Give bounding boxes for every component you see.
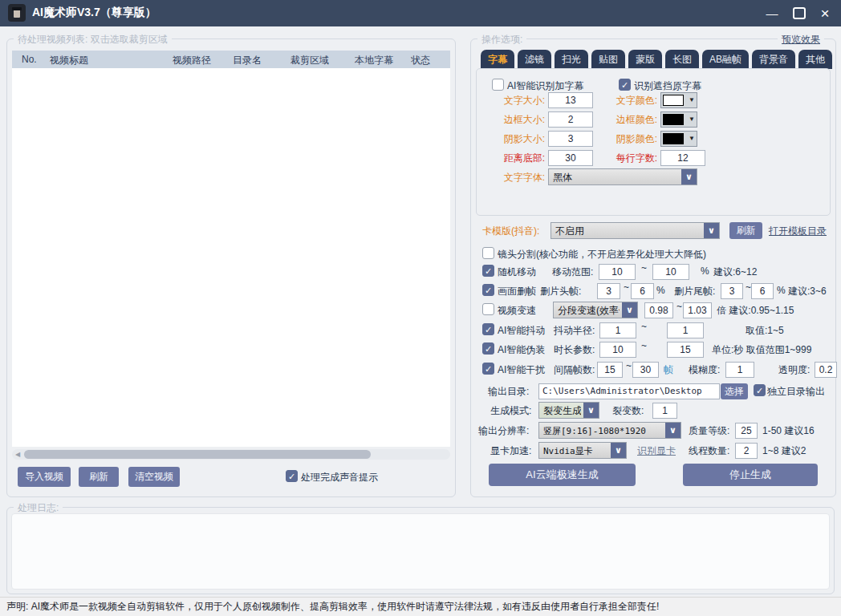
speed-to-input[interactable]: 1.03 [683,302,712,318]
disguise-to-input[interactable]: 15 [667,342,704,358]
thread-count-input[interactable]: 2 [735,443,758,459]
check-icon: ✓ [483,363,494,375]
tab-filter[interactable]: 滤镜 [518,50,551,69]
ai-disguise-checkbox[interactable]: ✓ [482,342,494,355]
resolution-dropdown[interactable]: 竖屏[9:16]-1080*1920 ∨ [538,422,681,439]
speed-change-checkbox[interactable] [482,303,494,315]
tab-long-image[interactable]: 长图 [665,50,699,69]
sound-tip-label: 处理完成声音提示 [301,471,378,484]
log-output-area[interactable] [11,513,830,590]
column-no[interactable]: No. [22,54,37,65]
move-range-from-input[interactable]: 10 [599,264,636,280]
font-dropdown[interactable]: 黑体 ∨ [548,168,697,185]
gpu-dropdown[interactable]: Nvidia显卡 ∨ [538,442,627,459]
shadow-color-combo[interactable]: ▼ [660,131,697,147]
ai-shake-checkbox[interactable]: ✓ [482,323,494,335]
duration-param-label: 时长参数: [554,343,595,357]
opacity-input[interactable]: 0.2 [815,362,837,378]
video-list-group-title: 待处理视频列表: 双击选取裁剪区域 [14,33,172,47]
resolution-value: 竖屏[9:16]-1080*1920 [543,425,663,437]
bottom-distance-label: 距离底部: [482,152,545,165]
import-videos-button[interactable]: 导入视频 [18,467,71,487]
column-title[interactable]: 视频标题 [50,54,88,67]
border-color-combo[interactable]: ▼ [660,111,697,128]
tab-ab-frame-blend[interactable]: AB融帧 [702,50,749,69]
move-range-to-input[interactable]: 10 [652,264,689,280]
column-status[interactable]: 状态 [411,54,430,67]
clear-videos-button[interactable]: 清空视频 [128,467,180,487]
lens-split-checkbox[interactable] [482,247,494,259]
head-from-input[interactable]: 3 [597,283,620,299]
tail-from-input[interactable]: 3 [721,283,743,299]
tab-background-audio[interactable]: 背景音 [752,50,795,69]
title-bar: AI魔术师V3.7（尊享版） — × [0,0,841,26]
text-size-input[interactable]: 13 [548,92,593,108]
interfere-to-input[interactable]: 30 [632,362,659,378]
horizontal-scrollbar[interactable]: ◀ ▶ [12,449,450,460]
scrollbar-thumb[interactable] [24,450,371,459]
shake-from-input[interactable]: 1 [599,322,636,338]
output-dir-input[interactable]: C:\Users\Administrator\Desktop [538,383,720,399]
detect-gpu-link[interactable]: 识别显卡 [637,445,676,456]
tab-sticker[interactable]: 贴图 [591,50,625,69]
disclaimer-bar: 声明: AI魔术师是一款视频全自动剪辑软件，仅用于个人原创视频制作、提高剪辑效率… [0,597,841,616]
fission-count-input[interactable]: 1 [652,403,677,419]
refresh-list-button[interactable]: 刷新 [79,467,119,487]
video-list-group: 待处理视频列表: 双击选取裁剪区域 No. 视频标题 视频路径 目录名 裁剪区域… [6,38,456,497]
cover-original-checkbox[interactable]: ✓ [619,79,631,91]
shadow-size-input[interactable]: 3 [548,131,593,147]
tab-sweep-light[interactable]: 扫光 [555,50,588,69]
head-to-input[interactable]: 6 [631,283,654,299]
tab-other[interactable]: 其他 [798,50,832,69]
video-table-header: No. 视频标题 视频路径 目录名 裁剪区域 本地字幕 状态 [12,51,450,68]
column-subtitle[interactable]: 本地字幕 [355,54,393,67]
column-dir[interactable]: 目录名 [233,54,262,67]
video-table-body[interactable] [12,68,450,447]
cloud-generate-button[interactable]: AI云端极速生成 [489,464,636,486]
speed-from-input[interactable]: 0.98 [644,302,673,318]
blur-input[interactable]: 1 [725,362,754,378]
thread-count-label: 线程数量: [689,444,729,458]
minimize-button[interactable]: — [761,0,783,26]
maximize-button[interactable] [788,0,811,26]
open-template-dir-link[interactable]: 打开模板目录 [769,225,827,237]
quality-input[interactable]: 25 [735,423,758,439]
template-refresh-button[interactable]: 刷新 [729,222,762,239]
tilde-separator: ~ [641,321,647,332]
ai-add-subtitle-checkbox[interactable] [492,79,504,91]
check-icon: ✓ [754,385,765,396]
border-size-input[interactable]: 2 [548,111,593,128]
random-move-checkbox[interactable]: ✓ [482,265,494,277]
chevron-down-icon: ∨ [704,223,719,238]
shake-to-input[interactable]: 1 [667,322,704,338]
preview-effect-link[interactable]: 预览效果 [782,34,820,45]
independent-dir-label: 独立目录输出 [767,385,825,399]
stop-generate-button[interactable]: 停止生成 [683,464,818,486]
bottom-distance-input[interactable]: 30 [548,150,593,166]
quality-label: 质量等级: [689,424,729,438]
text-color-combo[interactable]: ▼ [660,92,697,108]
quality-hint: 1-50 建议16 [762,424,815,438]
frame-delete-checkbox[interactable]: ✓ [482,284,494,296]
interfere-from-input[interactable]: 15 [597,362,623,378]
speed-mode-dropdown[interactable]: 分段变速(效率优先) ∨ [553,302,638,318]
close-button[interactable]: × [814,0,836,26]
independent-dir-checkbox[interactable]: ✓ [754,384,766,396]
column-path[interactable]: 视频路径 [173,54,211,67]
template-dropdown[interactable]: 不启用 ∨ [551,222,720,239]
check-icon: ✓ [286,471,297,482]
tab-subtitle[interactable]: 字幕 [481,50,514,69]
ai-interfere-checkbox[interactable]: ✓ [482,363,494,375]
column-crop[interactable]: 裁剪区域 [290,54,329,67]
chars-per-line-input[interactable]: 12 [660,150,705,166]
frame-delete-hint: 建议:3~6 [788,285,827,298]
shadow-color-label: 阴影颜色: [595,132,657,146]
disguise-from-input[interactable]: 10 [599,342,636,358]
tail-to-input[interactable]: 6 [751,283,774,299]
choose-dir-button[interactable]: 选择 [721,383,748,399]
tab-mask[interactable]: 蒙版 [628,50,662,69]
tab-strip: 字幕 滤镜 扫光 贴图 蒙版 长图 AB融帧 背景音 其他 [481,50,832,69]
log-group: 处理日志: [6,507,835,594]
gen-mode-dropdown[interactable]: 裂变生成 ∨ [538,402,599,419]
sound-tip-checkbox[interactable]: ✓ [286,470,298,482]
